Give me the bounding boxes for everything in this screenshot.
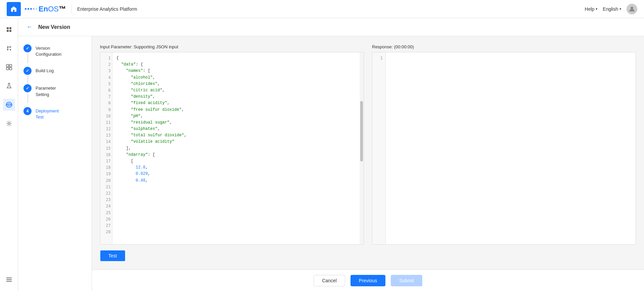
test-area: Test bbox=[100, 245, 636, 261]
json-editor[interactable]: 1234567891011121314151617181920212223242… bbox=[100, 52, 364, 245]
response-line-numbers: 1 bbox=[372, 52, 386, 244]
step-2-label: Build Log bbox=[36, 67, 54, 74]
sidebar-icon-data[interactable] bbox=[3, 99, 15, 111]
footer: Cancel Previous Submit bbox=[92, 270, 644, 291]
svg-point-18 bbox=[8, 123, 10, 125]
page-header: ← New Version bbox=[18, 18, 644, 36]
content-area: ← New Version ✓ VersionConfiguration ✓ B… bbox=[18, 18, 644, 291]
step-3-label: ParameterSetting bbox=[36, 84, 56, 97]
svg-rect-19 bbox=[6, 278, 12, 278]
svg-rect-1 bbox=[7, 27, 9, 29]
svg-rect-12 bbox=[9, 64, 12, 67]
lang-chevron-icon: ▾ bbox=[620, 7, 621, 11]
page-title: New Version bbox=[38, 24, 70, 30]
input-panel: Input Parameter: Supporting JSON input 1… bbox=[100, 44, 364, 245]
svg-rect-11 bbox=[6, 64, 9, 67]
test-button[interactable]: Test bbox=[100, 250, 125, 261]
previous-button[interactable]: Previous bbox=[351, 275, 385, 286]
svg-rect-14 bbox=[9, 67, 12, 70]
back-button[interactable]: ← bbox=[25, 22, 34, 32]
step-3-circle: ✓ bbox=[23, 84, 32, 92]
main-layout: ← New Version ✓ VersionConfiguration ✓ B… bbox=[0, 18, 644, 291]
response-panel: Response: (00:00:00) 1 bbox=[372, 44, 636, 245]
step-build-log: ✓ Build Log bbox=[23, 67, 86, 75]
logo-text: EnOS™ bbox=[39, 5, 66, 13]
help-chevron-icon: ▾ bbox=[596, 7, 597, 11]
response-editor: 1 bbox=[372, 52, 636, 245]
two-col-layout: Input Parameter: Supporting JSON input 1… bbox=[100, 44, 636, 245]
svg-rect-13 bbox=[6, 67, 9, 70]
svg-point-0 bbox=[631, 7, 633, 9]
step-2-circle: ✓ bbox=[23, 67, 32, 75]
step-4-circle: 4 bbox=[23, 107, 32, 115]
avatar[interactable] bbox=[627, 4, 637, 14]
submit-button[interactable]: Submit bbox=[391, 275, 422, 286]
sidebar-icon-lab[interactable] bbox=[3, 80, 15, 92]
svg-rect-3 bbox=[7, 30, 9, 32]
sidebar-icon-menu[interactable] bbox=[3, 274, 15, 286]
language-menu[interactable]: English ▾ bbox=[603, 6, 621, 12]
step-version-config: ✓ VersionConfiguration bbox=[23, 44, 86, 57]
svg-point-7 bbox=[7, 49, 8, 50]
platform-title: Enterprise Analytics Platform bbox=[77, 6, 585, 12]
response-content bbox=[386, 52, 636, 244]
steps-sidebar: ✓ VersionConfiguration ✓ Build Log ✓ Par… bbox=[18, 36, 92, 291]
inner-layout: ✓ VersionConfiguration ✓ Build Log ✓ Par… bbox=[18, 36, 644, 291]
sidebar-icon-settings[interactable] bbox=[3, 117, 15, 130]
step-parameter-setting: ✓ ParameterSetting bbox=[23, 84, 86, 97]
json-content[interactable]: { "data": { "names": [ "alcohol", "chlor… bbox=[112, 52, 364, 244]
response-panel-label: Response: (00:00:00) bbox=[372, 44, 636, 49]
top-nav-right: Help ▾ English ▾ bbox=[585, 4, 637, 14]
svg-point-8 bbox=[10, 49, 11, 50]
help-menu[interactable]: Help ▾ bbox=[585, 6, 597, 12]
top-navigation: EnOS™ Enterprise Analytics Platform Help… bbox=[0, 0, 644, 18]
editor-scrollbar-thumb[interactable] bbox=[360, 101, 363, 161]
step-1-circle: ✓ bbox=[23, 44, 32, 52]
sidebar-icons bbox=[0, 18, 18, 291]
sidebar-icon-dashboard[interactable] bbox=[3, 61, 15, 73]
svg-point-5 bbox=[7, 46, 8, 48]
step-4-label: DeploymentTest bbox=[36, 107, 59, 120]
svg-rect-4 bbox=[9, 30, 11, 32]
sidebar-icon-home[interactable] bbox=[3, 23, 15, 36]
cancel-button[interactable]: Cancel bbox=[314, 275, 345, 286]
svg-rect-20 bbox=[6, 279, 12, 280]
editor-scrollbar[interactable] bbox=[360, 52, 364, 244]
svg-rect-2 bbox=[9, 27, 11, 29]
step-1-label: VersionConfiguration bbox=[36, 44, 61, 57]
content-body: Input Parameter: Supporting JSON input 1… bbox=[92, 36, 644, 270]
input-panel-label: Input Parameter: Supporting JSON input bbox=[100, 44, 364, 49]
line-numbers: 1234567891011121314151617181920212223242… bbox=[100, 52, 112, 244]
svg-rect-21 bbox=[6, 281, 12, 282]
main-content: Input Parameter: Supporting JSON input 1… bbox=[92, 36, 644, 291]
svg-point-6 bbox=[10, 46, 11, 48]
home-nav-button[interactable] bbox=[7, 2, 21, 16]
sidebar-icon-analytics[interactable] bbox=[3, 42, 15, 54]
step-deployment-test: 4 DeploymentTest bbox=[23, 107, 86, 120]
logo: EnOS™ bbox=[25, 5, 72, 13]
logo-dots bbox=[25, 8, 37, 10]
